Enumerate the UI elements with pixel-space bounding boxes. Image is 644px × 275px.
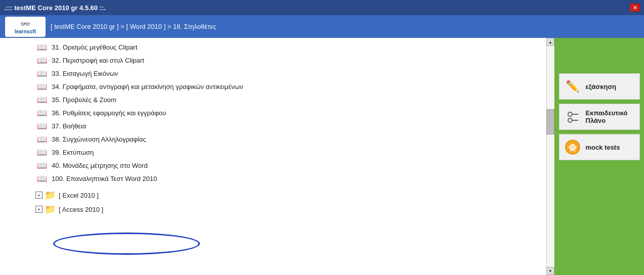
tree-item-label: 34. Γραφήματα, αντιγραφή και μετακίνηση … — [52, 83, 243, 90]
breadcrumb: [ testME Core 2010 gr ] > [ Word 2010 ] … — [51, 23, 216, 30]
book-icon: 📖 — [36, 108, 48, 117]
svg-point-6 — [572, 147, 573, 148]
edu-plan-label: Εκπαιδευτικό Πλάνο — [586, 109, 628, 124]
tree-item[interactable]: 📖100. Επαναληπτικά Τεστ Word 2010 — [35, 172, 541, 185]
tree-item-label: 39. Εκτύπωση — [52, 149, 94, 156]
book-icon: 📖 — [36, 174, 48, 183]
bottom-folders: + 📁 [ Excel 2010 ] + 📁 [ Access 2010 ] — [35, 188, 541, 216]
book-icon: 📖 — [36, 134, 48, 144]
scrollbar-thumb[interactable] — [546, 109, 554, 134]
book-icon: 📖 — [36, 95, 48, 104]
exercise-icon: ✏️ — [564, 77, 582, 96]
right-panel: ✏️ εξάσκηση Εκπαιδευτικό Πλάνο — [554, 38, 644, 275]
tree-item-label: 36. Ρυθμίσεις εφαρμογής και εγγράφου — [52, 109, 166, 117]
mock-tests-icon — [564, 138, 582, 156]
edu-plan-button[interactable]: Εκπαιδευτικό Πλάνο — [559, 104, 640, 130]
tree-item[interactable]: 📖37. Βοήθεια — [35, 119, 541, 132]
edu-plan-icon — [564, 108, 582, 126]
tree-item-label: 100. Επαναληπτικά Τεστ Word 2010 — [52, 175, 157, 182]
svg-point-0 — [568, 112, 572, 116]
left-panel: 📖31. Ορισμός μεγέθους Clipart📖32. Περιστ… — [0, 38, 554, 275]
book-icon: 📖 — [36, 69, 48, 78]
book-icon: 📖 — [36, 42, 48, 52]
tree-item-label: 40. Μονάδες μέτρησης στο Word — [52, 162, 147, 169]
tree-item[interactable]: 📖33. Εισαγωγή Εικόνων — [35, 67, 541, 80]
exercise-button[interactable]: ✏️ εξάσκηση — [559, 73, 640, 100]
title-bar: .::: testME Core 2010 gr 4.5.60 ::. ✕ — [0, 0, 644, 15]
tree-item-label: 38. Συγχώνευση Αλληλογραφίας — [52, 135, 146, 143]
mock-tests-label: mock tests — [586, 144, 620, 151]
header: 👓 learnsoft [ testME Core 2010 gr ] > [ … — [0, 15, 644, 38]
tree-item[interactable]: 📖32. Περιστροφή και στυλ Clipart — [35, 54, 541, 67]
folder-label-access: [ Access 2010 ] — [59, 206, 103, 213]
main-content: 📖31. Ορισμός μεγέθους Clipart📖32. Περιστ… — [0, 38, 644, 275]
expand-btn-excel[interactable]: + — [35, 192, 43, 199]
book-icon: 📖 — [36, 121, 48, 130]
tree-list: 📖31. Ορισμός μεγέθους Clipart📖32. Περιστ… — [5, 40, 549, 216]
book-icon: 📖 — [36, 56, 48, 65]
logo-name: learnsoft — [15, 29, 36, 34]
tree-item[interactable]: 📖35. Προβολές & Zoom — [35, 93, 541, 106]
tree-item[interactable]: 📖31. Ορισμός μεγέθους Clipart — [35, 40, 541, 54]
folder-item-access[interactable]: + 📁 [ Access 2010 ] — [35, 202, 541, 216]
tree-item[interactable]: 📖40. Μονάδες μέτρησης στο Word — [35, 159, 541, 172]
tree-item-label: 31. Ορισμός μεγέθους Clipart — [52, 43, 137, 51]
tree-item-label: 32. Περιστροφή και στυλ Clipart — [52, 57, 144, 64]
book-icon: 📖 — [36, 148, 48, 157]
close-button[interactable]: ✕ — [630, 4, 640, 12]
mock-tests-button[interactable]: mock tests — [559, 134, 640, 160]
tree-item[interactable]: 📖39. Εκτύπωση — [35, 146, 541, 159]
scrollbar-down-button[interactable]: ▼ — [546, 267, 554, 275]
folder-item-excel[interactable]: + 📁 [ Excel 2010 ] — [35, 188, 541, 202]
logo-glasses-icon: 👓 — [20, 19, 30, 29]
tree-item-label: 33. Εισαγωγή Εικόνων — [52, 70, 118, 77]
scrollbar-up-button[interactable]: ▲ — [546, 38, 554, 46]
logo: 👓 learnsoft — [5, 17, 46, 37]
tree-item-label: 37. Βοήθεια — [52, 122, 86, 130]
tree-item-label: 35. Προβολές & Zoom — [52, 96, 116, 104]
folder-label-excel: [ Excel 2010 ] — [59, 192, 99, 199]
exercise-label: εξάσκηση — [586, 83, 617, 90]
tree-item[interactable]: 📖36. Ρυθμίσεις εφαρμογής και εγγράφου — [35, 106, 541, 119]
svg-point-2 — [568, 118, 572, 122]
title-bar-text: .::: testME Core 2010 gr 4.5.60 ::. — [4, 4, 106, 12]
scrollbar-track: ▲ ▼ — [546, 38, 554, 275]
tree-item[interactable]: 📖38. Συγχώνευση Αλληλογραφίας — [35, 132, 541, 146]
folder-icon-excel: 📁 — [45, 190, 56, 201]
book-icon: 📖 — [36, 161, 48, 170]
book-icon: 📖 — [36, 82, 48, 91]
expand-btn-access[interactable]: + — [35, 206, 43, 213]
tree-item[interactable]: 📖34. Γραφήματα, αντιγραφή και μετακίνηση… — [35, 80, 541, 93]
folder-icon-access: 📁 — [45, 204, 56, 215]
tree-container[interactable]: 📖31. Ορισμός μεγέθους Clipart📖32. Περιστ… — [0, 38, 554, 275]
